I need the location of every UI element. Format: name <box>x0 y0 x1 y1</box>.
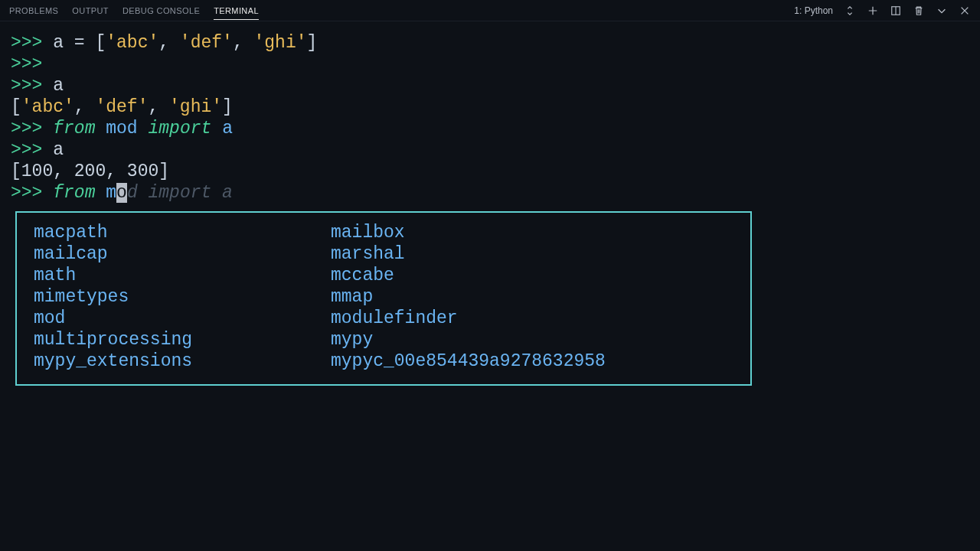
repl-prompt: >>> <box>11 76 53 96</box>
autocomplete-item[interactable]: mccabe <box>331 265 394 286</box>
autocomplete-item[interactable]: math <box>34 265 331 286</box>
autocomplete-item[interactable]: mypy_extensions <box>34 350 331 372</box>
tab-debug-console[interactable]: DEBUG CONSOLE <box>122 2 200 20</box>
autocomplete-row: mailcap marshal <box>34 243 733 265</box>
ghost-text: d import a <box>127 183 233 203</box>
autocomplete-row: mimetypes mmap <box>34 286 733 308</box>
autocomplete-item[interactable]: multiprocessing <box>34 329 331 350</box>
tab-output[interactable]: OUTPUT <box>72 2 109 20</box>
autocomplete-popup[interactable]: macpath mailbox mailcap marshal math mcc… <box>15 211 752 386</box>
panel-right-controls: 1: Python <box>794 5 971 17</box>
autocomplete-item[interactable]: mod <box>34 308 331 329</box>
new-terminal-icon[interactable] <box>867 5 879 17</box>
autocomplete-row: mod modulefinder <box>34 308 733 329</box>
terminal-line: >>> from mod import a <box>11 118 969 139</box>
terminal-selector[interactable]: 1: Python <box>794 5 833 16</box>
repl-prompt: >>> <box>11 140 53 160</box>
terminal-line: [100, 200, 300] <box>11 161 969 182</box>
terminal-switch-icon[interactable] <box>844 5 856 17</box>
chevron-down-icon[interactable] <box>936 5 948 17</box>
kill-terminal-icon[interactable] <box>913 5 925 17</box>
terminal-content[interactable]: >>> a = ['abc', 'def', 'ghi'] >>> >>> a … <box>0 21 980 396</box>
autocomplete-item[interactable]: mimetypes <box>34 286 331 308</box>
close-panel-icon[interactable] <box>959 5 971 17</box>
terminal-selector-label: 1: Python <box>794 5 833 16</box>
tab-terminal[interactable]: TERMINAL <box>214 2 259 20</box>
panel-tabs: PROBLEMS OUTPUT DEBUG CONSOLE TERMINAL <box>9 2 794 20</box>
autocomplete-item[interactable]: macpath <box>34 222 331 243</box>
tab-problems[interactable]: PROBLEMS <box>9 2 58 20</box>
autocomplete-item[interactable]: mmap <box>331 286 373 308</box>
terminal-cursor: o <box>116 183 127 203</box>
autocomplete-item[interactable]: mypy <box>331 329 373 350</box>
autocomplete-item[interactable]: marshal <box>331 243 405 265</box>
terminal-line: >>> a = ['abc', 'def', 'ghi'] <box>11 32 969 54</box>
terminal-line: >>> a <box>11 139 969 161</box>
autocomplete-row: math mccabe <box>34 265 733 286</box>
autocomplete-row: mypy_extensions mypyc_00e854439a92786329… <box>34 350 733 372</box>
terminal-line: ['abc', 'def', 'ghi'] <box>11 96 969 118</box>
terminal-line: >>> from mod import a <box>11 182 969 204</box>
repl-prompt: >>> <box>11 183 53 203</box>
autocomplete-row: multiprocessing mypy <box>34 329 733 350</box>
split-terminal-icon[interactable] <box>890 5 902 17</box>
terminal-line: >>> <box>11 54 969 75</box>
repl-prompt: >>> <box>11 33 53 53</box>
terminal-line: >>> a <box>11 75 969 96</box>
repl-prompt: >>> <box>11 119 53 139</box>
repl-prompt: >>> <box>11 54 42 74</box>
panel-header: PROBLEMS OUTPUT DEBUG CONSOLE TERMINAL 1… <box>0 0 980 21</box>
autocomplete-item[interactable]: modulefinder <box>331 308 458 329</box>
autocomplete-item[interactable]: mailbox <box>331 222 405 243</box>
autocomplete-item[interactable]: mailcap <box>34 243 331 265</box>
autocomplete-row: macpath mailbox <box>34 222 733 243</box>
autocomplete-item[interactable]: mypyc_00e854439a9278632958 <box>331 350 606 372</box>
